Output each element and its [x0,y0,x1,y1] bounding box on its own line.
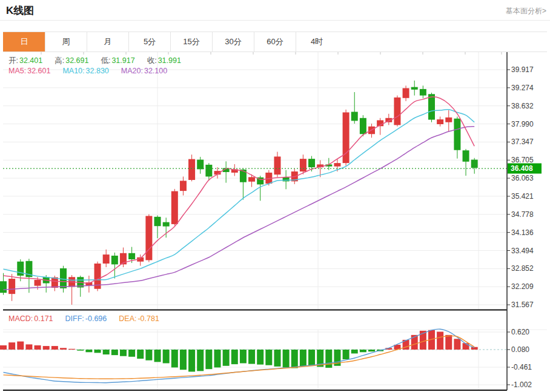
candle [403,88,409,98]
candle [308,159,315,167]
price-axis-tick-label: 34.778 [511,210,534,219]
macd-bar [51,346,58,350]
macd-item-2-label: DEA: [119,314,136,323]
candle [35,280,41,286]
macd-bar [68,349,75,350]
ohlc-item-2-value: 31.917 [111,56,134,65]
macd-item-1: DIFF:-0.696 [65,314,107,323]
ohlc-item-3-value: 31.991 [158,56,181,65]
macd-bar [188,350,195,371]
candle [420,89,426,96]
macd-bar [300,350,306,367]
price-axis-tick-label: 31.567 [511,301,534,309]
ma-item-0: MA5:32.601 [8,67,50,75]
macd-bar [171,350,178,368]
macd-bar [163,350,170,364]
macd-bar [103,350,110,354]
candle [197,160,204,170]
price-axis-tick-label: 36.705 [511,156,534,164]
price-axis-tick-label: 36.063 [511,174,534,182]
macd-bar [454,339,460,350]
macd-bar [257,350,263,365]
current-price-badge-text: 36.408 [511,164,533,173]
candle [163,222,170,227]
macd-item-0-value: 0.171 [34,314,53,323]
macd-bar [85,350,92,352]
macd-bar [25,344,32,350]
candle [463,150,469,162]
ohlc-item-0-value: 32.401 [19,56,42,65]
macd-bar [274,350,280,367]
price-axis-tick-label: 32.852 [511,264,534,273]
ma-item-1: MA10:32.830 [62,67,108,75]
macd-bar [325,350,332,368]
macd-item-1-value: -0.696 [85,314,107,323]
macd-bar [111,350,118,355]
macd-bar [17,342,24,350]
candle [188,159,195,180]
macd-bar [128,350,135,357]
macd-axis-tick-label: 0.620 [511,328,529,336]
candle [445,118,452,122]
ma-item-1-value: 32.830 [86,67,109,75]
macd-bar [308,350,315,366]
candle [248,177,255,181]
macd-bar [120,350,127,356]
candle [111,256,118,264]
macd-bar [291,350,298,368]
ma-item-1-label: MA10: [62,67,84,75]
candle [454,119,460,150]
ma10-line [4,110,475,281]
price-axis-tick-label: 35.421 [511,192,534,201]
ohlc-item-1: 高:32.691 [55,56,88,66]
ohlc-item-3-label: 收: [147,56,157,65]
macd-bar [214,350,221,368]
macd-bar [445,335,452,350]
macd-bar [94,350,101,353]
macd-item-0: MACD:0.171 [8,314,53,323]
macd-item-0-label: MACD: [8,314,33,323]
candle [300,159,306,171]
price-axis-tick-label: 38.632 [511,102,534,110]
candle [145,216,152,260]
macd-bar [283,350,290,368]
macd-legend: MACD:0.171DIFF:-0.696DEA:-0.781 [8,314,159,323]
diff-line [4,329,475,383]
candle [103,254,110,264]
candle [334,163,340,167]
macd-bar [60,348,67,350]
ohlc-item-2-label: 低: [101,56,110,65]
macd-item-1-label: DIFF: [65,314,84,323]
macd-bar [343,350,350,359]
price-axis-tick-label: 33.494 [511,247,534,255]
macd-axis-tick-label: -0.461 [511,363,532,371]
candle [171,191,178,224]
macd-bar [240,350,247,364]
candle [180,181,187,191]
candle [8,279,15,294]
candle [428,94,435,119]
macd-bar [368,350,375,351]
ma-item-0-label: MA5: [8,67,26,75]
candle [154,217,161,226]
candle [274,156,280,174]
candle [411,87,418,90]
candle [437,119,443,124]
candle [60,268,67,288]
ma-item-0-value: 32.601 [27,67,50,75]
ohlc-item-1-value: 32.691 [65,56,88,65]
macd-bar [265,350,272,365]
macd-bar [360,350,366,352]
price-axis-tick-label: 37.990 [511,120,534,128]
candle [205,165,212,177]
macd-bar [77,350,84,351]
ma-legend: MA5:32.601MA10:32.830MA20:32.100 [8,67,167,75]
macd-axis-tick-label: -1.002 [511,380,532,389]
macd-bar [0,345,7,350]
macd-bar [8,342,15,350]
macd-bar [437,331,443,350]
macd-bar [145,350,152,360]
price-axis-tick-label: 37.347 [511,138,534,146]
macd-item-2: DEA:-0.781 [119,314,159,323]
price-axis-tick-label: 39.274 [511,84,534,92]
